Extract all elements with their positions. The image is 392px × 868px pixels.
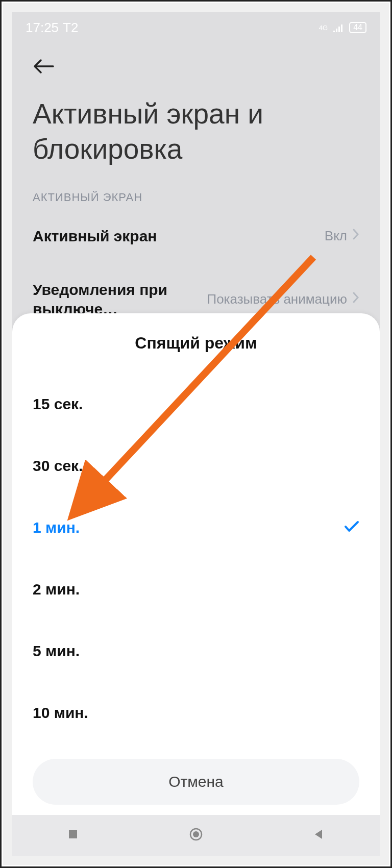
option-label: 30 сек. bbox=[33, 457, 83, 475]
check-icon bbox=[344, 519, 359, 536]
options-list: 15 сек.30 сек.1 мин.2 мин.5 мин.10 мин. bbox=[33, 373, 359, 754]
page-title: Активный экран и блокировка bbox=[33, 96, 359, 167]
battery-icon: 44 bbox=[349, 22, 366, 33]
page-background: 17:25 Т2 4G 44 bbox=[3, 3, 389, 865]
back-row bbox=[12, 53, 380, 82]
nav-home-icon[interactable] bbox=[189, 827, 203, 844]
svg-point-2 bbox=[193, 831, 199, 837]
outer-frame: 17:25 Т2 4G 44 bbox=[0, 0, 392, 868]
option-label: 1 мин. bbox=[33, 519, 80, 536]
setting-row-notifications[interactable]: Уведомления при выключе… Показывать аним… bbox=[33, 280, 359, 318]
phone-screen: 17:25 Т2 4G 44 bbox=[12, 12, 380, 856]
sleep-option[interactable]: 1 мин. bbox=[33, 514, 359, 541]
setting-label: Активный экран bbox=[33, 227, 157, 246]
nav-recent-icon[interactable] bbox=[67, 828, 79, 842]
status-time: 17:25 bbox=[26, 20, 59, 36]
option-label: 15 сек. bbox=[33, 395, 83, 413]
svg-rect-0 bbox=[69, 830, 77, 838]
setting-value: Вкл bbox=[325, 228, 359, 244]
sleep-option[interactable]: 30 сек. bbox=[33, 452, 359, 480]
option-label: 2 мин. bbox=[33, 581, 80, 598]
setting-value: Показывать анимацию bbox=[207, 291, 359, 307]
setting-row-active-screen[interactable]: Активный экран Вкл bbox=[33, 227, 359, 246]
back-arrow-icon[interactable] bbox=[33, 67, 55, 76]
sleep-option[interactable]: 15 сек. bbox=[33, 390, 359, 418]
status-carrier: Т2 bbox=[63, 20, 78, 36]
sheet-title: Спящий режим bbox=[33, 334, 359, 353]
navigation-bar bbox=[12, 815, 380, 856]
sleep-option[interactable]: 5 мин. bbox=[33, 637, 359, 665]
sleep-option[interactable]: 10 мин. bbox=[33, 699, 359, 727]
network-type-label: 4G bbox=[319, 24, 328, 32]
option-label: 10 мин. bbox=[33, 704, 88, 722]
section-label: АКТИВНЫЙ ЭКРАН bbox=[33, 191, 142, 204]
option-label: 5 мин. bbox=[33, 642, 80, 660]
cancel-button[interactable]: Отмена bbox=[33, 759, 359, 805]
status-bar: 17:25 Т2 4G 44 bbox=[12, 12, 380, 43]
nav-back-icon[interactable] bbox=[313, 828, 325, 842]
signal-icon bbox=[333, 23, 344, 32]
setting-label: Уведомления при выключе… bbox=[33, 280, 206, 318]
bottom-sheet-sleep-mode: Спящий режим 15 сек.30 сек.1 мин.2 мин.5… bbox=[12, 313, 380, 815]
sleep-option[interactable]: 2 мин. bbox=[33, 576, 359, 603]
chevron-right-icon bbox=[352, 228, 359, 244]
chevron-right-icon bbox=[352, 291, 359, 307]
